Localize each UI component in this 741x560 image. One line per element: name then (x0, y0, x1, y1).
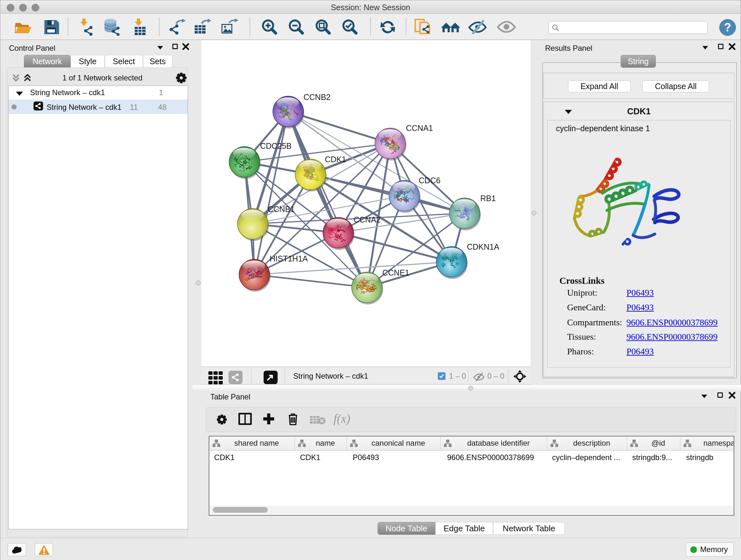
svg-text:CDC6: CDC6 (419, 176, 441, 185)
svg-text:CCNA2: CCNA2 (354, 215, 381, 224)
svg-text:RB1: RB1 (480, 194, 496, 203)
svg-text:CDK1: CDK1 (325, 155, 346, 164)
svg-text:CCNB2: CCNB2 (304, 92, 331, 102)
svg-text:CCNA1: CCNA1 (406, 124, 433, 132)
svg-text:HIST1H1A: HIST1H1A (270, 254, 308, 263)
svg-text:CCNB1: CCNB1 (268, 205, 295, 213)
svg-text:CDC25B: CDC25B (260, 141, 292, 150)
svg-text:CDKN1A: CDKN1A (467, 242, 499, 251)
svg-text:CCNE1: CCNE1 (382, 268, 409, 277)
